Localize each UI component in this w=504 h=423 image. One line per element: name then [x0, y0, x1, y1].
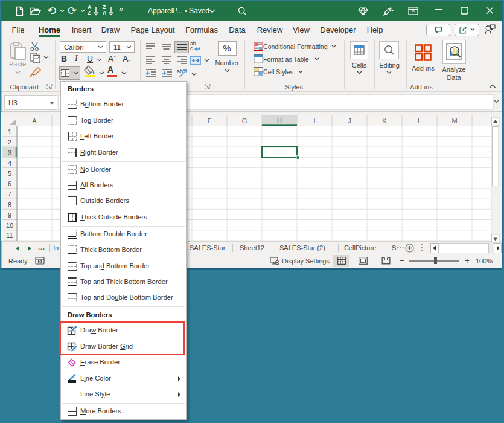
svg-text:5: 5: [8, 170, 11, 177]
svg-text:M: M: [451, 117, 457, 124]
svg-text:7: 7: [8, 190, 11, 198]
svg-text:8: 8: [8, 201, 11, 208]
svg-text:6: 6: [8, 180, 11, 187]
svg-text:G: G: [242, 117, 247, 124]
svg-text:F: F: [208, 117, 212, 124]
svg-text:4: 4: [8, 160, 11, 167]
svg-text:L: L: [418, 117, 421, 124]
svg-text:9: 9: [8, 212, 11, 219]
svg-text:3: 3: [8, 149, 11, 157]
svg-text:J: J: [348, 117, 351, 124]
svg-text:10: 10: [6, 222, 13, 229]
svg-text:H: H: [277, 117, 282, 124]
svg-text:2: 2: [8, 138, 11, 146]
svg-text:1: 1: [8, 128, 11, 135]
svg-text:K: K: [382, 117, 387, 124]
svg-text:11: 11: [6, 232, 13, 239]
svg-text:A: A: [32, 117, 37, 124]
svg-text:I: I: [313, 117, 315, 124]
